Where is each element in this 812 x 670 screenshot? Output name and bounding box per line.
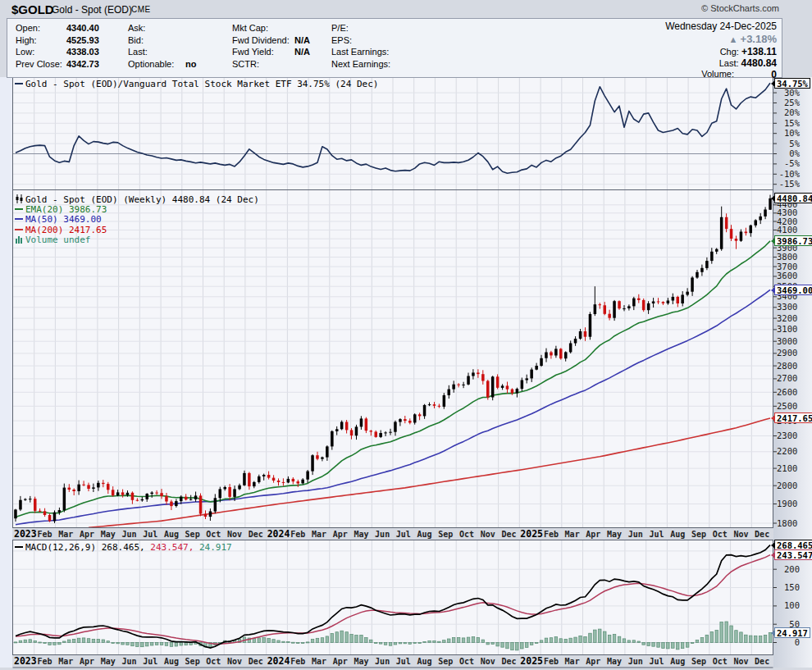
last-earnings-label: Last Earnings: bbox=[331, 47, 400, 57]
svg-text:2000: 2000 bbox=[777, 481, 797, 490]
svg-text:Dec: Dec bbox=[501, 530, 516, 539]
svg-text:Apr: Apr bbox=[80, 530, 94, 539]
candlestick-icon bbox=[15, 194, 24, 203]
svg-text:10%: 10% bbox=[784, 128, 801, 138]
volume-row: Volume:0 bbox=[665, 69, 777, 80]
svg-text:Dec: Dec bbox=[249, 657, 263, 666]
svg-text:Oct: Oct bbox=[459, 530, 474, 539]
stockcharts-copyright-link[interactable]: © StockCharts.com bbox=[701, 3, 779, 13]
svg-text:15%: 15% bbox=[784, 118, 801, 128]
change-percent: ▲ +3.18% bbox=[665, 33, 777, 46]
svg-text:Aug: Aug bbox=[670, 530, 685, 539]
svg-text:Dec: Dec bbox=[755, 530, 769, 539]
svg-text:Dec: Dec bbox=[755, 657, 769, 666]
svg-text:Jul: Jul bbox=[649, 657, 664, 666]
ask-label: Ask: bbox=[128, 23, 185, 33]
svg-text:3700: 3700 bbox=[777, 262, 797, 271]
svg-text:May: May bbox=[354, 657, 368, 666]
sctr-label: SCTR: bbox=[232, 59, 294, 69]
fwd-dividend-value: N/A bbox=[294, 35, 310, 45]
svg-text:Nov: Nov bbox=[481, 657, 495, 666]
svg-text:3100: 3100 bbox=[777, 324, 797, 334]
volume-label: Volume: bbox=[701, 69, 734, 80]
last-label: Last: bbox=[128, 47, 185, 57]
svg-text:Mar: Mar bbox=[58, 530, 73, 539]
svg-text:Jun: Jun bbox=[375, 530, 390, 539]
svg-text:3000: 3000 bbox=[777, 336, 797, 346]
chg-label: Chg: bbox=[720, 47, 739, 57]
svg-text:Jul: Jul bbox=[143, 657, 157, 666]
svg-text:May: May bbox=[101, 657, 116, 666]
fwd-dividend-label: Fwd Dividend: bbox=[232, 35, 294, 45]
svg-text:2600: 2600 bbox=[777, 387, 797, 397]
svg-text:Apr: Apr bbox=[586, 530, 600, 539]
volume-legend: Volume undef bbox=[25, 235, 90, 245]
ma50-legend: MA(50) 3469.00 bbox=[25, 214, 102, 225]
svg-text:Aug: Aug bbox=[164, 657, 179, 666]
low-value: 4338.03 bbox=[66, 47, 99, 57]
svg-text:Nov: Nov bbox=[733, 657, 748, 666]
svg-text:Aug: Aug bbox=[417, 530, 432, 539]
svg-text:1900: 1900 bbox=[777, 499, 797, 508]
svg-text:Jul: Jul bbox=[649, 530, 664, 539]
macd-legend-main: MACD(12,26,9) 268.465, bbox=[25, 542, 145, 553]
bid-label: Bid: bbox=[128, 35, 185, 45]
change-row: Chg: +138.11 bbox=[665, 46, 777, 57]
svg-text:5%: 5% bbox=[789, 139, 800, 148]
macd-signal-callout: 243.547 bbox=[774, 549, 812, 560]
ratio-line-swatch-icon bbox=[15, 83, 23, 84]
svg-text:May: May bbox=[101, 530, 116, 539]
svg-text:2025: 2025 bbox=[520, 655, 543, 667]
svg-text:-15%: -15% bbox=[779, 179, 801, 189]
change-percent-value: +3.18% bbox=[741, 33, 777, 45]
ma200-callout: 2417.65 bbox=[774, 412, 812, 423]
chart-canvas[interactable]: 30%25%20%15%10%5%0%-5%-10%-15%1800190020… bbox=[0, 0, 812, 670]
svg-text:150: 150 bbox=[784, 582, 800, 592]
svg-text:Sep: Sep bbox=[438, 530, 453, 539]
svg-text:Oct: Oct bbox=[206, 657, 221, 666]
quote-col-earnings: P/E: EPS: Last Earnings: Next Earnings: bbox=[331, 23, 400, 71]
svg-text:Mar: Mar bbox=[565, 657, 580, 666]
svg-text:Jun: Jun bbox=[628, 657, 643, 666]
quote-date: Wednesday 24-Dec-2025 bbox=[665, 21, 777, 33]
svg-text:2700: 2700 bbox=[777, 373, 797, 383]
svg-text:Nov: Nov bbox=[227, 657, 242, 666]
macd-legend: MACD(12,26,9) 268.465, 243.547, 24.917 bbox=[15, 542, 232, 553]
volume-value: 0 bbox=[734, 69, 777, 80]
open-label: Open: bbox=[16, 23, 66, 33]
svg-text:Dec: Dec bbox=[249, 530, 263, 539]
svg-text:2300: 2300 bbox=[777, 431, 797, 440]
svg-text:Feb: Feb bbox=[544, 657, 559, 666]
svg-text:2023: 2023 bbox=[14, 528, 37, 540]
svg-text:Mar: Mar bbox=[565, 530, 580, 539]
svg-text:-5%: -5% bbox=[784, 158, 801, 168]
high-value: 4525.93 bbox=[66, 35, 99, 45]
last-row: Last: 4480.84 bbox=[665, 57, 777, 69]
svg-text:Nov: Nov bbox=[481, 530, 495, 539]
ratio-legend: Gold - Spot (EOD)/Vanguard Total Stock M… bbox=[15, 79, 378, 89]
optionable-value: no bbox=[185, 59, 196, 69]
high-label: High: bbox=[16, 35, 66, 45]
last2-label: Last: bbox=[719, 58, 739, 68]
svg-text:100: 100 bbox=[784, 600, 800, 610]
svg-text:May: May bbox=[607, 530, 622, 539]
svg-text:0%: 0% bbox=[789, 148, 800, 158]
svg-text:2900: 2900 bbox=[777, 348, 797, 358]
svg-text:0: 0 bbox=[795, 637, 800, 647]
quote-col-bidask: Ask: Bid: Last: Optionable:no bbox=[128, 23, 196, 71]
svg-text:Feb: Feb bbox=[38, 530, 52, 539]
svg-text:3200: 3200 bbox=[777, 313, 797, 323]
svg-text:4100: 4100 bbox=[777, 225, 797, 235]
svg-text:Jul: Jul bbox=[396, 530, 411, 539]
svg-text:Apr: Apr bbox=[586, 657, 600, 666]
eps-label: EPS: bbox=[331, 35, 400, 45]
up-arrow-icon: ▲ bbox=[729, 34, 741, 44]
svg-text:Jul: Jul bbox=[396, 657, 411, 666]
svg-text:Mar: Mar bbox=[58, 657, 73, 666]
svg-text:2023: 2023 bbox=[14, 655, 37, 667]
svg-text:Mar: Mar bbox=[312, 530, 326, 539]
svg-text:Jul: Jul bbox=[143, 530, 157, 539]
svg-text:Oct: Oct bbox=[713, 657, 728, 666]
ema20-callout: 3986.73 bbox=[774, 235, 812, 246]
svg-text:Feb: Feb bbox=[544, 530, 559, 539]
